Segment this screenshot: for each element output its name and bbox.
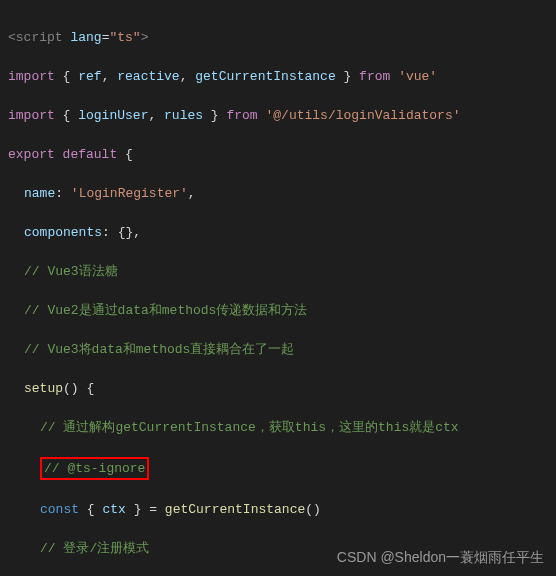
code-line: <script lang="ts"> — [8, 28, 548, 48]
code-line: export default { — [8, 145, 548, 165]
code-line: import { loginUser, rules } from '@/util… — [8, 106, 548, 126]
code-line: setup() { — [8, 379, 548, 399]
code-editor[interactable]: <script lang="ts"> import { ref, reactiv… — [8, 8, 548, 576]
code-line: // 通过解构getCurrentInstance，获取this，这里的this… — [8, 418, 548, 438]
code-line: components: {}, — [8, 223, 548, 243]
code-line: name: 'LoginRegister', — [8, 184, 548, 204]
watermark-text: CSDN @Sheldon一蓑烟雨任平生 — [337, 547, 544, 568]
code-line: import { ref, reactive, getCurrentInstan… — [8, 67, 548, 87]
code-line: // Vue3语法糖 — [8, 262, 548, 282]
code-line: // Vue3将data和methods直接耦合在了一起 — [8, 340, 548, 360]
code-line: const { ctx } = getCurrentInstance() — [8, 500, 548, 520]
code-line: // Vue2是通过data和methods传递数据和方法 — [8, 301, 548, 321]
code-line: // @ts-ignore — [8, 457, 548, 481]
highlight-box-ts-ignore: // @ts-ignore — [40, 457, 149, 481]
